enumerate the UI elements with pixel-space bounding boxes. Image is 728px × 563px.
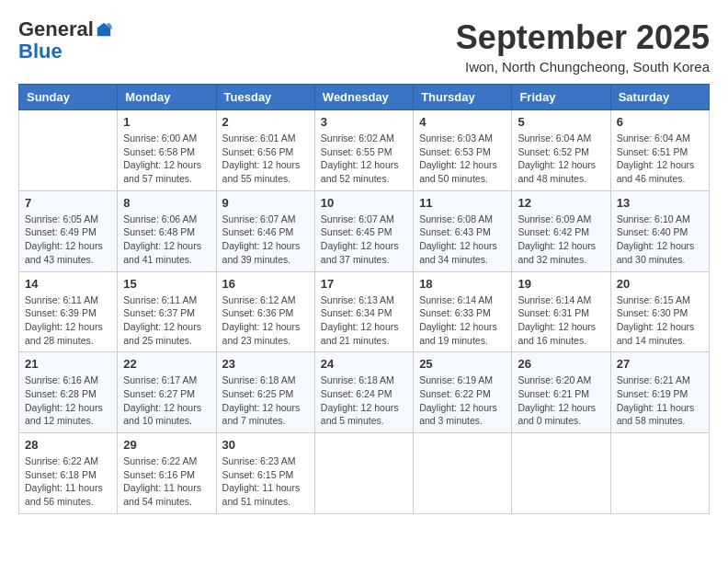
calendar-day-cell: 11Sunrise: 6:08 AM Sunset: 6:43 PM Dayli… [414, 190, 512, 271]
logo-blue-text: Blue [18, 40, 63, 63]
calendar-day-cell: 19Sunrise: 6:14 AM Sunset: 6:31 PM Dayli… [512, 271, 610, 352]
day-info: Sunrise: 6:09 AM Sunset: 6:42 PM Dayligh… [518, 213, 604, 267]
day-info: Sunrise: 6:15 AM Sunset: 6:30 PM Dayligh… [617, 293, 703, 348]
weekday-header: Monday [118, 85, 216, 110]
calendar-day-cell: 9Sunrise: 6:07 AM Sunset: 6:46 PM Daylig… [216, 190, 314, 271]
day-number: 24 [321, 357, 407, 371]
calendar-day-cell: 30Sunrise: 6:23 AM Sunset: 6:15 PM Dayli… [216, 433, 314, 514]
day-info: Sunrise: 6:12 AM Sunset: 6:36 PM Dayligh… [222, 293, 309, 348]
day-info: Sunrise: 6:22 AM Sunset: 6:16 PM Dayligh… [123, 454, 210, 509]
calendar-day-cell: 16Sunrise: 6:12 AM Sunset: 6:36 PM Dayli… [216, 271, 314, 352]
day-info: Sunrise: 6:14 AM Sunset: 6:31 PM Dayligh… [518, 293, 604, 348]
day-info: Sunrise: 6:03 AM Sunset: 6:53 PM Dayligh… [419, 132, 506, 186]
day-info: Sunrise: 6:10 AM Sunset: 6:40 PM Dayligh… [617, 213, 703, 267]
day-number: 14 [25, 277, 111, 291]
day-info: Sunrise: 6:23 AM Sunset: 6:15 PM Dayligh… [222, 454, 309, 509]
calendar-day-cell: 7Sunrise: 6:05 AM Sunset: 6:49 PM Daylig… [19, 190, 118, 271]
day-info: Sunrise: 6:17 AM Sunset: 6:27 PM Dayligh… [123, 373, 210, 428]
day-number: 2 [222, 115, 309, 129]
day-number: 30 [222, 438, 309, 452]
day-number: 12 [518, 196, 604, 210]
day-number: 22 [123, 357, 210, 371]
day-info: Sunrise: 6:08 AM Sunset: 6:43 PM Dayligh… [419, 213, 506, 267]
day-number: 18 [419, 277, 506, 291]
day-number: 5 [518, 115, 604, 129]
day-number: 23 [222, 357, 309, 371]
day-number: 3 [321, 115, 407, 129]
day-number: 19 [518, 277, 604, 291]
page-header: General Blue September 2025 Iwon, North … [18, 18, 710, 75]
calendar-day-cell [19, 110, 118, 191]
calendar-day-cell: 13Sunrise: 6:10 AM Sunset: 6:40 PM Dayli… [610, 190, 709, 271]
calendar-day-cell: 28Sunrise: 6:22 AM Sunset: 6:18 PM Dayli… [19, 433, 118, 514]
calendar-day-cell: 10Sunrise: 6:07 AM Sunset: 6:45 PM Dayli… [314, 190, 413, 271]
day-number: 7 [25, 196, 111, 210]
day-number: 1 [123, 115, 210, 129]
calendar-day-cell: 3Sunrise: 6:02 AM Sunset: 6:55 PM Daylig… [314, 110, 413, 191]
calendar-day-cell: 27Sunrise: 6:21 AM Sunset: 6:19 PM Dayli… [610, 352, 709, 433]
weekday-header: Wednesday [314, 85, 413, 110]
calendar-day-cell: 4Sunrise: 6:03 AM Sunset: 6:53 PM Daylig… [414, 110, 512, 191]
day-number: 17 [321, 277, 407, 291]
day-info: Sunrise: 6:19 AM Sunset: 6:22 PM Dayligh… [419, 373, 506, 428]
day-info: Sunrise: 6:00 AM Sunset: 6:58 PM Dayligh… [123, 132, 210, 186]
calendar-day-cell: 8Sunrise: 6:06 AM Sunset: 6:48 PM Daylig… [118, 190, 216, 271]
day-info: Sunrise: 6:16 AM Sunset: 6:28 PM Dayligh… [25, 373, 111, 428]
day-info: Sunrise: 6:07 AM Sunset: 6:45 PM Dayligh… [321, 213, 407, 267]
calendar-day-cell: 1Sunrise: 6:00 AM Sunset: 6:58 PM Daylig… [118, 110, 216, 191]
day-number: 8 [123, 196, 210, 210]
calendar-day-cell [512, 433, 610, 514]
logo-general-text: General [18, 18, 94, 40]
weekday-header: Sunday [19, 85, 118, 110]
day-info: Sunrise: 6:14 AM Sunset: 6:33 PM Dayligh… [419, 293, 506, 348]
day-number: 27 [617, 357, 703, 371]
calendar-day-cell: 6Sunrise: 6:04 AM Sunset: 6:51 PM Daylig… [610, 110, 709, 191]
day-info: Sunrise: 6:01 AM Sunset: 6:56 PM Dayligh… [222, 132, 309, 186]
calendar-day-cell: 29Sunrise: 6:22 AM Sunset: 6:16 PM Dayli… [118, 433, 216, 514]
calendar-header-row: SundayMondayTuesdayWednesdayThursdayFrid… [19, 85, 710, 110]
day-number: 15 [123, 277, 210, 291]
day-number: 13 [617, 196, 703, 210]
day-number: 4 [419, 115, 506, 129]
day-info: Sunrise: 6:07 AM Sunset: 6:46 PM Dayligh… [222, 213, 309, 267]
weekday-header: Saturday [610, 85, 709, 110]
calendar-day-cell: 17Sunrise: 6:13 AM Sunset: 6:34 PM Dayli… [314, 271, 413, 352]
calendar-day-cell: 18Sunrise: 6:14 AM Sunset: 6:33 PM Dayli… [414, 271, 512, 352]
day-info: Sunrise: 6:20 AM Sunset: 6:21 PM Dayligh… [518, 373, 604, 428]
calendar-day-cell: 23Sunrise: 6:18 AM Sunset: 6:25 PM Dayli… [216, 352, 314, 433]
calendar-day-cell: 22Sunrise: 6:17 AM Sunset: 6:27 PM Dayli… [118, 352, 216, 433]
day-number: 21 [25, 357, 111, 371]
day-info: Sunrise: 6:21 AM Sunset: 6:19 PM Dayligh… [617, 373, 703, 428]
weekday-header: Tuesday [216, 85, 314, 110]
title-block: September 2025 Iwon, North Chungcheong, … [456, 18, 710, 75]
calendar-week-row: 1Sunrise: 6:00 AM Sunset: 6:58 PM Daylig… [19, 110, 710, 191]
day-number: 25 [419, 357, 506, 371]
logo: General Blue [18, 18, 112, 63]
day-info: Sunrise: 6:18 AM Sunset: 6:25 PM Dayligh… [222, 373, 309, 428]
calendar-day-cell: 5Sunrise: 6:04 AM Sunset: 6:52 PM Daylig… [512, 110, 610, 191]
weekday-header: Friday [512, 85, 610, 110]
weekday-header: Thursday [414, 85, 512, 110]
day-info: Sunrise: 6:13 AM Sunset: 6:34 PM Dayligh… [321, 293, 407, 348]
day-info: Sunrise: 6:11 AM Sunset: 6:39 PM Dayligh… [25, 293, 111, 348]
calendar-day-cell [610, 433, 709, 514]
calendar-day-cell [414, 433, 512, 514]
day-number: 9 [222, 196, 309, 210]
day-info: Sunrise: 6:02 AM Sunset: 6:55 PM Dayligh… [321, 132, 407, 186]
day-number: 10 [321, 196, 407, 210]
day-info: Sunrise: 6:11 AM Sunset: 6:37 PM Dayligh… [123, 293, 210, 348]
calendar-week-row: 7Sunrise: 6:05 AM Sunset: 6:49 PM Daylig… [19, 190, 710, 271]
day-number: 29 [123, 438, 210, 452]
day-info: Sunrise: 6:04 AM Sunset: 6:52 PM Dayligh… [518, 132, 604, 186]
day-number: 28 [25, 438, 111, 452]
calendar-week-row: 14Sunrise: 6:11 AM Sunset: 6:39 PM Dayli… [19, 271, 710, 352]
day-info: Sunrise: 6:06 AM Sunset: 6:48 PM Dayligh… [123, 213, 210, 267]
calendar-table: SundayMondayTuesdayWednesdayThursdayFrid… [18, 84, 710, 514]
day-info: Sunrise: 6:18 AM Sunset: 6:24 PM Dayligh… [321, 373, 407, 428]
calendar-day-cell [314, 433, 413, 514]
day-info: Sunrise: 6:05 AM Sunset: 6:49 PM Dayligh… [25, 213, 111, 267]
calendar-day-cell: 20Sunrise: 6:15 AM Sunset: 6:30 PM Dayli… [610, 271, 709, 352]
calendar-week-row: 28Sunrise: 6:22 AM Sunset: 6:18 PM Dayli… [19, 433, 710, 514]
calendar-day-cell: 25Sunrise: 6:19 AM Sunset: 6:22 PM Dayli… [414, 352, 512, 433]
day-number: 11 [419, 196, 506, 210]
